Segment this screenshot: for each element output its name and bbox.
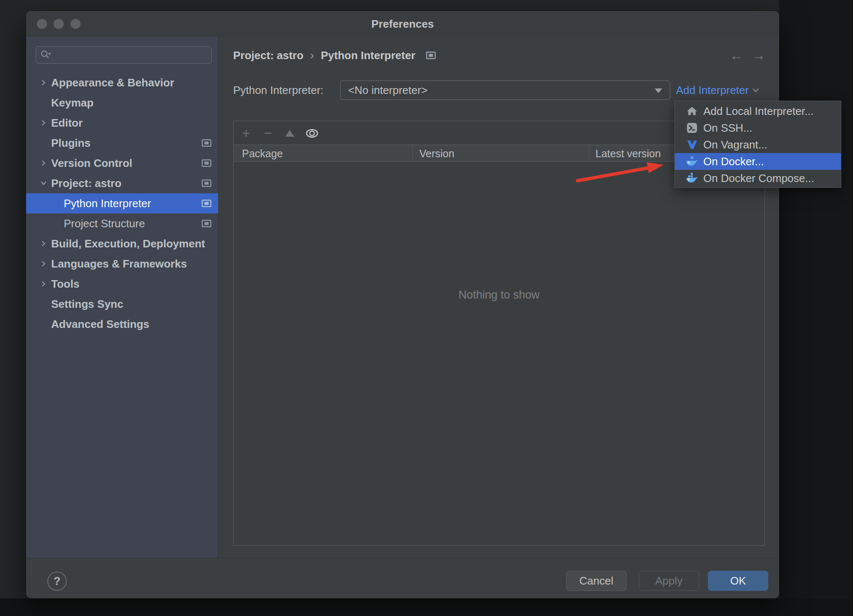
dialog-footer: ? Cancel Apply OK [26, 558, 779, 598]
monitor-icon [426, 52, 436, 59]
breadcrumb-project[interactable]: Project: astro [233, 49, 304, 62]
help-button[interactable]: ? [47, 572, 67, 591]
sidebar-item-advanced-settings[interactable]: Advanced Settings [26, 314, 218, 334]
search-icon[interactable] [40, 49, 53, 60]
sidebar-item-label: Build, Execution, Deployment [51, 234, 205, 254]
desktop: Preferences Appearance & Behavior Keymap [0, 0, 853, 616]
sidebar-item-languages-frameworks[interactable]: Languages & Frameworks [26, 254, 218, 274]
question-mark-icon: ? [54, 575, 61, 588]
eye-icon [306, 129, 318, 138]
monitor-icon [202, 220, 211, 227]
menu-item-label: On Vagrant... [703, 136, 767, 153]
sidebar-item-label: Python Interpreter [64, 193, 151, 213]
upgrade-package-button[interactable] [285, 121, 295, 145]
column-header-version: Version [419, 145, 454, 162]
red-arrow-annotation [570, 155, 675, 189]
settings-nav: Appearance & Behavior Keymap Editor Plug… [26, 73, 218, 334]
home-icon [686, 105, 698, 117]
column-header-package: Package [242, 145, 283, 162]
menu-item-on-ssh[interactable]: On SSH... [675, 120, 841, 136]
breadcrumb: Project: astro › Python Interpreter [233, 48, 436, 63]
sidebar-item-label: Appearance & Behavior [51, 73, 174, 93]
title-bar: Preferences [26, 11, 779, 37]
preferences-dialog: Preferences Appearance & Behavior Keymap [26, 11, 779, 598]
sidebar-item-settings-sync[interactable]: Settings Sync [26, 294, 218, 314]
triangle-up-icon [285, 130, 294, 137]
menu-item-on-vagrant[interactable]: On Vagrant... [675, 136, 841, 153]
docker-compose-icon [686, 172, 698, 184]
sidebar-item-label: Keymap [51, 93, 94, 113]
sidebar-item-label: Settings Sync [51, 294, 123, 314]
add-interpreter-link[interactable]: Add Interpreter [676, 81, 759, 100]
interpreter-select-value: <No interpreter> [348, 81, 427, 99]
sidebar-item-label: Editor [51, 113, 83, 133]
sidebar-item-label: Project: astro [51, 173, 122, 193]
empty-table-message: Nothing to show [234, 289, 765, 302]
monitor-icon [202, 139, 211, 147]
sidebar-item-label: Plugins [51, 133, 91, 153]
apply-button[interactable]: Apply [639, 571, 699, 591]
chevron-right-icon[interactable] [40, 119, 47, 127]
menu-item-label: On Docker... [703, 153, 764, 170]
chevron-right-icon[interactable] [40, 79, 47, 86]
forward-button[interactable]: → [750, 48, 767, 63]
docker-whale-icon [686, 156, 698, 167]
sidebar-item-label: Version Control [51, 153, 133, 173]
chevron-down-icon [752, 87, 759, 93]
background [0, 598, 853, 616]
background [779, 0, 853, 616]
chevron-right-icon[interactable] [40, 240, 47, 247]
sidebar-item-plugins[interactable]: Plugins [26, 133, 218, 153]
uninstall-package-button[interactable]: − [262, 121, 274, 145]
chevron-right-icon[interactable] [40, 280, 47, 288]
sidebar-item-project-astro[interactable]: Project: astro [26, 173, 218, 193]
sidebar-item-tools[interactable]: Tools [26, 274, 218, 294]
breadcrumb-page[interactable]: Python Interpreter [321, 49, 415, 62]
sidebar-item-version-control[interactable]: Version Control [26, 153, 218, 173]
chevron-right-icon[interactable] [40, 159, 47, 167]
interpreter-select[interactable]: <No interpreter> [340, 81, 670, 100]
sidebar-item-keymap[interactable]: Keymap [26, 93, 218, 113]
sidebar-item-build-execution-deployment[interactable]: Build, Execution, Deployment [26, 234, 218, 254]
interpreter-label: Python Interpreter: [233, 81, 323, 100]
menu-item-label: Add Local Interpreter... [703, 103, 814, 120]
add-interpreter-label: Add Interpreter [676, 84, 749, 97]
menu-item-on-docker-compose[interactable]: On Docker Compose... [675, 170, 841, 187]
sidebar-item-label: Languages & Frameworks [51, 254, 187, 274]
breadcrumb-separator-icon: › [310, 49, 314, 62]
dropdown-arrow-icon [655, 88, 662, 93]
menu-item-label: On SSH... [703, 120, 752, 136]
settings-search-box[interactable] [36, 46, 212, 64]
menu-item-label: On Docker Compose... [703, 170, 814, 187]
vagrant-icon [686, 139, 698, 151]
sidebar-item-editor[interactable]: Editor [26, 113, 218, 133]
monitor-icon [202, 200, 211, 207]
search-input[interactable] [53, 49, 211, 61]
sidebar-item-project-structure[interactable]: Project Structure [26, 213, 218, 234]
menu-item-add-local-interpreter[interactable]: Add Local Interpreter... [675, 103, 841, 120]
install-package-button[interactable]: + [240, 121, 252, 145]
sidebar-item-label: Tools [51, 274, 79, 294]
ssh-terminal-icon [686, 122, 698, 134]
cancel-button[interactable]: Cancel [566, 571, 627, 591]
add-interpreter-menu: Add Local Interpreter... On SSH... On Va… [674, 101, 841, 188]
menu-item-on-docker[interactable]: On Docker... [675, 153, 841, 170]
chevron-down-icon[interactable] [40, 179, 47, 187]
sidebar-item-label: Project Structure [64, 213, 145, 234]
ok-button[interactable]: OK [708, 571, 768, 591]
show-early-releases-button[interactable] [305, 121, 319, 145]
back-button[interactable]: ← [728, 48, 745, 63]
sidebar-item-label: Advanced Settings [51, 314, 149, 334]
sidebar-item-appearance-behavior[interactable]: Appearance & Behavior [26, 73, 218, 93]
window-title: Preferences [26, 11, 779, 37]
column-divider [412, 145, 413, 162]
chevron-right-icon[interactable] [40, 260, 47, 268]
settings-sidebar: Appearance & Behavior Keymap Editor Plug… [26, 37, 218, 558]
monitor-icon [202, 159, 211, 167]
monitor-icon [202, 179, 211, 187]
sidebar-item-python-interpreter[interactable]: Python Interpreter [26, 193, 218, 213]
